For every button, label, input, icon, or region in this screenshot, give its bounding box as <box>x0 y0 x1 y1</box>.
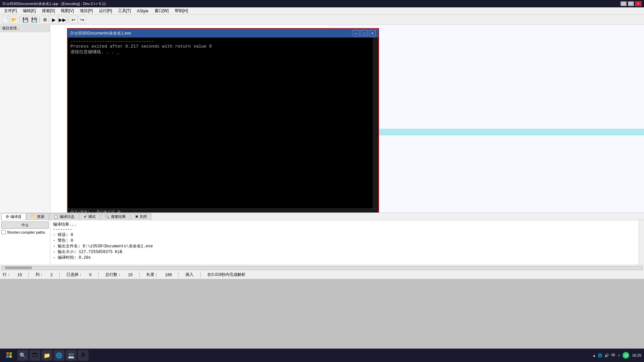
tray-ime-label[interactable]: 中 <box>611 352 615 358</box>
tray-network-icon: 🌐 <box>598 353 602 358</box>
tab-resources[interactable]: 📁 资源 <box>26 213 49 220</box>
output-line-2: - 错误: 0 <box>53 232 636 238</box>
menu-view[interactable]: 视图[V] <box>58 7 76 14</box>
output-line-3: - 警告: 0 <box>53 238 636 243</box>
stop-button[interactable]: 中止 <box>1 222 49 229</box>
bottom-left-panel: 中止 Shorten compiler paths <box>0 220 50 265</box>
app-title: D:\z3530\Documents\未命名1.cpp - [Executing… <box>3 1 106 6</box>
system-tray: ▲ 🌐 🔊 中 ✓ 16 <box>593 352 630 359</box>
minimize-button[interactable]: — <box>621 1 627 6</box>
left-panel: 项目管理... <box>0 25 50 213</box>
close-button[interactable]: ✕ <box>635 1 641 6</box>
menu-run[interactable]: 运行[R] <box>96 7 115 14</box>
menu-project[interactable]: 项目[P] <box>77 7 96 14</box>
save-all-button[interactable]: 💾 <box>30 16 38 24</box>
sel-label: 已选择： <box>66 272 83 278</box>
hscroll-thumb[interactable] <box>5 266 32 269</box>
console-window: D:\z3530\Documents\未命名1.exe — □ ✕ ------… <box>67 28 379 213</box>
menu-search[interactable]: 搜索[S] <box>39 7 58 14</box>
compile-run-button[interactable]: ▶▶ <box>58 16 66 24</box>
open-file-button[interactable]: 📂 <box>10 16 18 24</box>
taskbar-app2-icon[interactable]: 🖹 <box>78 350 89 361</box>
row-label: 行： <box>3 272 11 278</box>
toolbar: 📄 📂 💾 💾 ⚙ ▶ ▶▶ ↩ ↪ <box>0 15 644 25</box>
tray-volume-icon: 🔊 <box>604 353 609 358</box>
console-minimize-button[interactable]: — <box>353 30 360 36</box>
output-line-4: - 输出文件名: D:\z3530\Documents\未命名1.exe <box>53 243 636 249</box>
tab-search-results[interactable]: 🔍 搜索结果 <box>101 213 130 220</box>
menu-file[interactable]: 文件[F] <box>1 7 19 14</box>
console-title-bar: D:\z3530\Documents\未命名1.exe — □ ✕ <box>68 29 378 38</box>
console-close-button[interactable]: ✕ <box>369 30 376 36</box>
compile-button[interactable]: ⚙ <box>41 16 49 24</box>
console-body: -------------------------------- Process… <box>68 38 378 208</box>
taskbar-search-icon[interactable]: 🔍 <box>17 350 28 361</box>
notification-count: 16 <box>624 354 628 357</box>
tab-close[interactable]: ✖ 关闭 <box>131 213 151 220</box>
menu-help[interactable]: 帮助[H] <box>172 7 191 14</box>
new-file-button[interactable]: 📄 <box>1 16 9 24</box>
toolbar-sep-3 <box>68 16 68 23</box>
svg-rect-1 <box>9 352 12 355</box>
menu-window[interactable]: 窗口[W] <box>152 7 171 14</box>
output-line-0: 编译结果... <box>53 222 636 227</box>
output-line-5: - 输出大小: 127.7255859375 KiB <box>53 249 636 255</box>
tab-compile-log[interactable]: 📋 编译日志 <box>49 213 79 220</box>
compile-log-tab-icon: 📋 <box>54 215 58 219</box>
taskbar-file-explorer-icon[interactable]: 📁 <box>42 350 52 361</box>
editor-area: D:\z3530\Documents\未命名1.exe — □ ✕ ------… <box>50 25 644 213</box>
taskbar-task-view-icon[interactable]: 🗔 <box>30 350 40 361</box>
save-button[interactable]: 💾 <box>21 16 29 24</box>
console-status: 中文(简体) - 手心输入法 半： <box>68 208 378 213</box>
shorten-paths-label: Shorten compiler paths <box>7 230 45 234</box>
row-value: 15 <box>17 273 22 277</box>
close-tab-icon: ✖ <box>135 215 138 219</box>
console-line3: 请按任意键继续. . . _ <box>70 50 119 55</box>
debug-tab-label: 调试 <box>88 214 96 219</box>
tab-compiler[interactable]: ⚙ 编译器 <box>1 213 26 220</box>
taskbar: 🔍 🗔 📁 🌐 💻 🖹 ▲ 🌐 🔊 中 ✓ 16 16:25 <box>0 349 644 362</box>
search-results-tab-icon: 🔍 <box>105 215 110 219</box>
bottom-scrollbar[interactable] <box>639 220 644 265</box>
shorten-paths-checkbox[interactable] <box>1 230 6 234</box>
notification-badge[interactable]: 16 <box>623 352 629 359</box>
status-div-2 <box>59 272 60 278</box>
sel-value: 0 <box>89 273 92 277</box>
menu-bar: 文件[F] 编辑[E] 搜索[S] 视图[V] 项目[P] 运行[R] 工具[T… <box>0 7 644 15</box>
len-label: 长度： <box>146 272 158 278</box>
console-maximize-button[interactable]: □ <box>361 30 368 36</box>
taskbar-edge-icon[interactable]: 🌐 <box>54 350 64 361</box>
maximize-button[interactable]: □ <box>628 1 634 6</box>
redo-button[interactable]: ↪ <box>78 16 86 24</box>
compiler-tab-icon: ⚙ <box>6 215 9 219</box>
start-button[interactable] <box>3 350 16 361</box>
tab-debug[interactable]: ✔ 调试 <box>79 213 100 220</box>
resources-tab-icon: 📁 <box>31 215 36 219</box>
hscroll-track[interactable] <box>1 266 643 269</box>
bottom-hscroll[interactable] <box>0 265 644 270</box>
status-div-4 <box>139 272 140 278</box>
col-label: 列： <box>36 272 44 278</box>
bottom-tabs: ⚙ 编译器 📁 资源 📋 编译日志 ✔ 调试 🔍 搜索结果 ✖ 关闭 <box>0 213 644 220</box>
status-div-1 <box>29 272 29 278</box>
title-bar-controls: — □ ✕ <box>621 1 641 6</box>
taskbar-right: ▲ 🌐 🔊 中 ✓ 16 16:25 <box>593 352 641 359</box>
debug-tab-icon: ✔ <box>84 215 87 219</box>
menu-tools[interactable]: 工具[T] <box>115 7 133 14</box>
bottom-content: 中止 Shorten compiler paths 编译结果... ------… <box>0 220 644 265</box>
menu-edit[interactable]: 编辑[E] <box>20 7 39 14</box>
clock[interactable]: 16:25 <box>632 353 641 357</box>
menu-astyle[interactable]: AStyle <box>134 8 151 14</box>
console-line2: Process exited after 0.217 seconds with … <box>70 44 212 49</box>
status-div-3 <box>98 272 99 278</box>
run-button[interactable]: ▶ <box>50 16 58 24</box>
search-results-tab-label: 搜索结果 <box>111 214 126 219</box>
taskbar-app-icon[interactable]: 💻 <box>66 350 76 361</box>
left-panel-header: 项目管理... <box>0 25 50 32</box>
console-scrollbar[interactable] <box>373 38 378 208</box>
undo-button[interactable]: ↩ <box>69 16 77 24</box>
svg-rect-2 <box>6 355 9 358</box>
compiler-tab-label: 编译器 <box>10 214 21 219</box>
resources-tab-label: 资源 <box>37 214 44 219</box>
tray-arrow[interactable]: ▲ <box>593 354 596 357</box>
